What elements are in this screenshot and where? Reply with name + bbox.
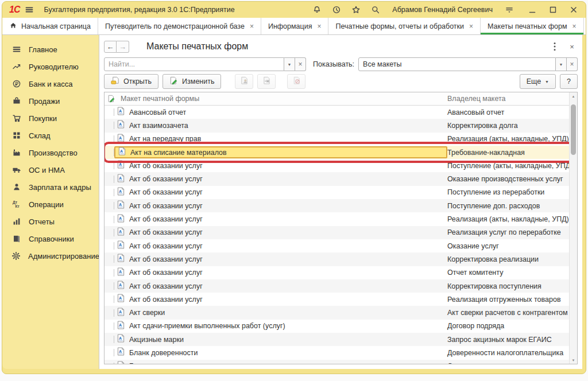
chart-icon [11,217,21,227]
tab-1[interactable]: Путеводитель по демонстрационной базе× [98,18,261,34]
sidebar-item-production[interactable]: Производство [2,144,99,161]
tab-active-4[interactable]: Макеты печатных форм× [481,18,583,34]
table-row[interactable]: ААкт об оказании услугОтчет комитенту [105,266,577,279]
template-owner: Запрос акцизных марок ЕГАИС [447,336,569,344]
form-more-icon[interactable] [549,41,560,52]
table-row[interactable]: АБланк доверенностиДоверенности налогопл… [105,346,577,359]
scroll-track[interactable] [570,100,577,356]
template-owner: Требование-накладная [447,149,569,157]
column-header-template[interactable]: Макет печатной формы [118,95,447,103]
back-button[interactable]: ← [104,41,117,53]
sidebar-item-warehouse[interactable]: Склад [2,127,99,144]
sidebar-item-label: Банк и касса [29,80,73,88]
main-menu-icon[interactable] [24,5,34,15]
template-name: Акт об оказании услуг [129,269,203,277]
template-doc-icon: А [117,254,125,265]
open-button[interactable]: Открыть [104,74,158,89]
sidebar-item-dtkt[interactable]: ДтКтОперации [2,196,99,213]
vertical-scrollbar[interactable]: ▲ ▼ [569,92,577,364]
sidebar-item-gear[interactable]: Администрирование [2,247,99,265]
truck-icon [11,165,21,175]
template-name: Акт об оказании услуг [129,215,203,223]
load-template-button[interactable] [235,74,253,89]
minimize-icon[interactable] [527,5,537,15]
sidebar-item-trend[interactable]: Руководителю [2,58,99,75]
table-row[interactable]: ААкт об оказании услугКорректировка реал… [105,252,577,266]
forward-button[interactable]: → [117,41,129,53]
sidebar-item-person[interactable]: Зарплата и кадры [2,178,99,196]
template-name: Акт об оказании услуг [129,228,203,236]
close-tab-icon[interactable]: × [317,22,321,30]
close-window-icon[interactable] [568,5,579,15]
svg-text:А: А [119,256,122,260]
table-row[interactable]: ААкт на передачу правРеализация (акты, н… [105,133,577,146]
notifications-icon[interactable] [312,5,322,15]
history-icon[interactable] [331,5,342,15]
sidebar-item-sales[interactable]: Продажи [2,92,99,110]
favorites-icon[interactable] [351,5,361,15]
tab-label: Информация [268,22,312,30]
bank-icon [11,79,21,89]
sidebar-item-menu[interactable]: Главное [2,41,99,58]
sidebar-item-label: Справочники [29,235,74,243]
svg-text:А: А [119,323,122,327]
close-tab-icon[interactable]: × [572,22,577,30]
edit-button[interactable]: Изменить [163,74,221,89]
maximize-icon[interactable] [548,5,558,15]
save-template-button[interactable] [257,74,276,89]
table-row[interactable]: ААкт об оказании услугПоступление из пер… [105,186,577,199]
close-tab-icon[interactable]: × [469,22,473,30]
table-row[interactable]: ААкт об оказании услугПоступление (акты,… [105,159,577,172]
sidebar-item-bank[interactable]: Банк и касса [2,75,99,92]
table-row[interactable]: ААкт об оказании услугКорректировка пост… [105,279,577,293]
svg-text:А: А [119,296,122,300]
search-input[interactable] [104,57,284,71]
search-clear-icon[interactable]: × [295,57,306,71]
template-doc-icon: А [117,134,125,145]
help-button[interactable]: ? [560,74,578,89]
show-dropdown-icon[interactable]: ▼ [556,57,567,71]
template-doc-icon: А [117,281,125,291]
production-icon [11,148,21,158]
current-user[interactable]: Абрамов Геннадий Сергеевич [392,6,493,14]
table-row[interactable]: ААкт об оказании услугРеализация услуг п… [105,226,577,239]
table-row[interactable]: ААкт сдачи-приемки выполненных работ (ус… [105,320,577,333]
scroll-thumb[interactable] [571,104,576,155]
table-row[interactable]: ААкт об оказании услугОказание услуг [105,239,577,252]
tab-2[interactable]: Информация× [261,18,329,34]
table-row[interactable]: ААкт об оказании услугРеализация отгруже… [105,293,577,306]
table-row[interactable]: ААкт взаимозачетаКорректировка долга [105,119,577,132]
menu-icon [11,45,21,55]
close-form-icon[interactable]: × [566,41,578,52]
search-dropdown-icon[interactable]: ▼ [284,57,295,71]
table-row[interactable]: ААвансовый отчетАвансовый отчет [105,106,577,119]
settings-icon[interactable] [504,5,514,15]
sidebar-item-book[interactable]: Справочники [2,230,99,247]
tab-0[interactable]: Начальная страница [2,18,98,34]
table-row[interactable]: ААкт об оказании услугРеализация (акты, … [105,212,577,226]
close-tab-icon[interactable]: × [250,22,254,30]
scroll-down-icon[interactable]: ▼ [572,356,575,364]
search-icon[interactable] [370,5,381,15]
column-header-owner[interactable]: Владелец макета [447,95,569,103]
table-row[interactable]: ААкт сверкиАкт сверки расчетов с контраг… [105,306,577,319]
show-filter-value[interactable]: Все макеты [358,57,556,71]
sidebar-item-chart[interactable]: Отчеты [2,213,99,230]
show-clear-icon[interactable]: × [567,57,578,71]
table-row[interactable]: ААкцизные маркиЗапрос акцизных марок ЕГА… [105,333,577,346]
sidebar-item-truck[interactable]: ОС и НМА [2,161,99,178]
remove-template-button[interactable] [287,74,305,89]
more-button[interactable]: Еще ▼ [520,74,556,89]
template-doc-icon: А [117,107,125,118]
table-row[interactable]: АБухгалтерская справкаОперация [105,360,577,364]
tab-label: Путеводитель по демонстрационной базе [105,22,245,30]
tab-label: Печатные формы, отчеты и обработки [335,22,464,30]
window-title: Бухгалтерия предприятия, редакция 3.0 1С… [44,6,234,14]
filter-row: ▼ × Показывать: Все макеты ▼ × [104,57,578,72]
table-row[interactable]: ААкт об оказании услугПоступление доп. р… [105,199,577,212]
sidebar-item-purchases[interactable]: Покупки [2,110,99,127]
table-row[interactable]: ААкт об оказании услугОказание производс… [105,172,577,185]
table-row-selected[interactable]: ААкт на списание материаловТребование-на… [105,146,577,159]
tab-3[interactable]: Печатные формы, отчеты и обработки× [328,18,481,34]
scroll-up-icon[interactable]: ▲ [572,92,575,100]
